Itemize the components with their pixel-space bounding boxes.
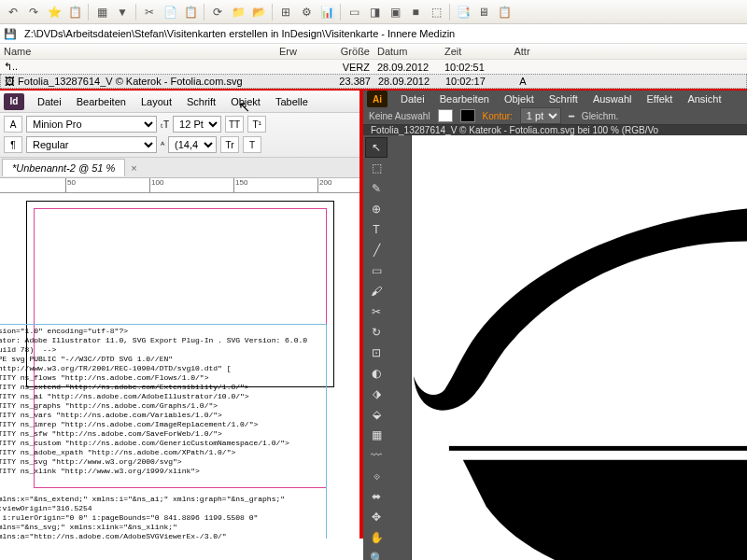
perspective-tool[interactable]: ⬙ [365,404,388,425]
stroke-weight-select[interactable]: 1 pt [520,107,561,124]
ai-menu-datei[interactable]: Datei [393,91,432,107]
eyedropper-tool[interactable]: ⟐ [365,466,388,486]
fm-toolbar: ↶ ↷ ⭐ 📋 ▦ ▼ ✂ 📄 📋 ⟳ 📁 📂 ⊞ ⚙ 📊 ▭ ◨ ▣ ■ ⬚ … [0,0,747,24]
ai-document-tab[interactable]: Fotolia_13287614_V © Katerok - Fotolia.c… [363,125,747,135]
selection-tool[interactable]: ↖ [365,137,388,158]
copy-icon[interactable]: 📄 [161,3,179,21]
direct-selection-tool[interactable]: ⬚ [365,158,388,178]
zoom-tool[interactable]: 🔍 [365,548,388,560]
stroke-style-icon[interactable]: ━ [569,111,574,121]
rotate-tool[interactable]: ↻ [365,322,388,343]
hand-tool[interactable]: ✋ [365,527,388,548]
ai-menu-ansicht[interactable]: Ansicht [680,91,728,107]
cell: 28.09.2012 [378,76,445,87]
menu-tabelle[interactable]: Tabelle [268,93,316,110]
menu-datei[interactable]: Datei [30,93,69,110]
filename: Fotolia_13287614_V © Katerok - Fotolia.c… [18,76,242,87]
type-tool[interactable]: T [365,219,388,240]
fm-row-parent[interactable]: ↰.. VERZ 28.09.2012 10:02:51 [0,60,747,74]
col-size[interactable]: Größe [331,46,377,57]
fm-btn[interactable]: ▼ [113,3,132,21]
fm-btn[interactable]: ↷ [24,3,43,21]
width-tool[interactable]: ◐ [365,363,388,384]
fm-btn[interactable]: ▦ [92,3,111,21]
fm-column-header[interactable]: Name Erw Größe Datum Zeit Attr [0,43,747,60]
fm-btn[interactable]: ⬚ [427,3,445,21]
col-attr[interactable]: Attr [499,46,545,57]
ai-menu-effekt[interactable]: Effekt [639,91,680,107]
fm-btn[interactable]: ⚙ [297,3,316,21]
rectangle-tool[interactable]: ▭ [365,260,388,281]
document-tab[interactable]: *Unbenannt-2 @ 51 % [2,159,125,176]
stroke-swatch[interactable] [460,109,475,122]
scissors-tool[interactable]: ✂ [365,301,388,322]
indd-menubar: Id Datei Bearbeiten Layout Schrift Objek… [0,91,359,113]
ai-canvas[interactable] [412,135,747,560]
menu-schrift[interactable]: Schrift [179,93,223,110]
horizontal-ruler[interactable]: 50 100 150 200 [0,178,359,193]
gradient-tool[interactable]: 〰 [365,445,388,466]
char-format-button[interactable]: A [4,116,22,133]
file-icon: 🖼 [5,76,15,87]
fm-btn[interactable]: ■ [406,3,425,21]
ai-menu-objekt[interactable]: Objekt [497,91,542,107]
ai-menu-bearbeiten[interactable]: Bearbeiten [432,91,497,107]
line-tool[interactable]: ╱ [365,240,388,260]
file-manager: ↶ ↷ ⭐ 📋 ▦ ▼ ✂ 📄 📋 ⟳ 📁 📂 ⊞ ⚙ 📊 ▭ ◨ ▣ ■ ⬚ … [0,0,747,91]
fm-btn[interactable]: 📑 [454,3,472,21]
subscript-button[interactable]: T [243,136,261,153]
shape-builder-tool[interactable]: ⬗ [365,384,388,404]
menu-objekt[interactable]: Objekt [223,93,268,110]
fm-btn[interactable]: 📁 [229,3,247,21]
ai-menu-auswahl[interactable]: Auswahl [585,91,640,107]
superscript-button[interactable]: T¹ [247,116,266,133]
brush-tool[interactable]: 🖌 [365,281,388,301]
fm-btn[interactable]: 📋 [65,3,84,21]
fm-btn[interactable]: 🖥 [474,3,493,21]
indd-control-panel: A Minion Pro ₜT 12 Pt TT T¹ ¶ Regular ᴬ … [0,113,359,158]
opacity-mode[interactable]: Gleichm. [582,111,618,121]
font-style-select[interactable]: Regular [26,136,157,153]
paste-icon[interactable]: 📋 [181,3,200,21]
col-erw[interactable]: Erw [279,46,331,57]
fm-btn[interactable]: ↶ [4,3,22,21]
blend-tool[interactable]: ⬌ [365,486,388,507]
menu-bearbeiten[interactable]: Bearbeiten [69,93,134,110]
path-input[interactable] [22,26,743,41]
cut-icon[interactable]: ✂ [140,3,159,21]
caps-button[interactable]: TT [225,116,244,133]
fm-row-file[interactable]: 🖼 Fotolia_13287614_V © Katerok - Fotolia… [0,74,747,89]
fm-btn[interactable]: ⊞ [276,3,295,21]
smallcaps-button[interactable]: Tr [220,136,239,153]
fm-btn[interactable]: ⟳ [208,3,227,21]
fm-btn[interactable]: ⭐ [45,3,63,21]
col-name[interactable]: Name [4,46,279,57]
drive-icon[interactable]: 💾 [4,28,17,40]
fill-swatch[interactable] [438,109,453,122]
close-tab-icon[interactable]: × [125,162,142,174]
menu-layout[interactable]: Layout [134,93,179,110]
col-date[interactable]: Datum [377,46,444,57]
leading-select[interactable]: (14,4 Pt) [168,136,217,153]
ai-menu-schrift[interactable]: Schrift [542,91,585,107]
fm-btn[interactable]: 📊 [317,3,336,21]
size-icon: ₜT [161,119,169,130]
symbol-tool[interactable]: ✥ [365,507,388,527]
illustrator-window: Ai Datei Bearbeiten Objekt Schrift Auswa… [363,91,747,539]
fm-btn[interactable]: 📂 [249,3,268,21]
mesh-tool[interactable]: ▦ [365,425,388,445]
add-anchor-tool[interactable]: ⊕ [365,199,388,219]
fm-btn[interactable]: ▣ [386,3,404,21]
font-size-select[interactable]: 12 Pt [173,116,221,133]
scale-tool[interactable]: ⊡ [365,343,388,363]
pen-tool[interactable]: ✎ [365,178,388,199]
col-time[interactable]: Zeit [444,46,499,57]
font-family-select[interactable]: Minion Pro [26,116,157,133]
fm-btn[interactable]: 📋 [495,3,514,21]
para-format-button[interactable]: ¶ [4,136,22,153]
fm-btn[interactable]: ◨ [365,3,384,21]
fm-btn[interactable]: ▭ [345,3,363,21]
cell: 28.09.2012 [377,62,444,73]
svg-code-textframe[interactable]: rsion="1.0" encoding="utf-8"?> rator: Ad… [0,324,327,539]
indd-canvas[interactable]: rsion="1.0" encoding="utf-8"?> rator: Ad… [0,193,359,539]
